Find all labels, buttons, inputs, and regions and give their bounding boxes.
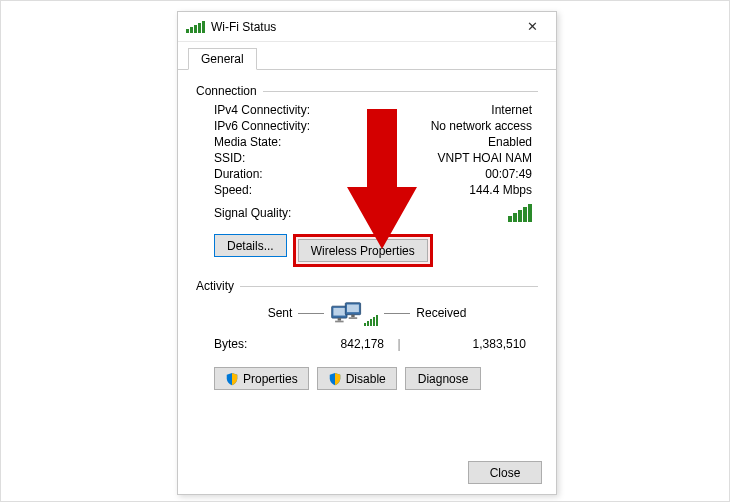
bytes-label: Bytes: <box>214 337 294 351</box>
media-value: Enabled <box>336 135 538 149</box>
connection-buttons: Details... Wireless Properties <box>196 228 538 275</box>
bytes-sent-value: 842,178 <box>294 337 384 351</box>
panel: Connection IPv4 Connectivity: Internet I… <box>178 70 556 396</box>
group-connection: Connection <box>196 84 538 98</box>
activity-header: Sent Received <box>196 297 538 331</box>
duration-label: Duration: <box>196 167 336 181</box>
row-duration: Duration: 00:07:49 <box>196 166 538 182</box>
ipv4-value: Internet <box>336 103 538 117</box>
wireless-properties-button[interactable]: Wireless Properties <box>298 239 428 262</box>
ipv6-value: No network access <box>336 119 538 133</box>
row-signal-quality: Signal Quality: <box>196 198 538 228</box>
row-media: Media State: Enabled <box>196 134 538 150</box>
row-ssid: SSID: VNPT HOAI NAM <box>196 150 538 166</box>
received-label: Received <box>416 306 466 320</box>
group-connection-label: Connection <box>196 84 257 98</box>
svg-rect-3 <box>335 321 344 323</box>
wifi-status-dialog: Wi-Fi Status ✕ General Connection IPv4 C… <box>177 11 557 495</box>
svg-rect-5 <box>347 305 359 313</box>
activity-signal-icon <box>364 315 378 326</box>
disable-button[interactable]: Disable <box>317 367 397 390</box>
ssid-label: SSID: <box>196 151 336 165</box>
tab-general[interactable]: General <box>188 48 257 70</box>
disable-button-label: Disable <box>346 372 386 386</box>
row-bytes: Bytes: 842,178 | 1,383,510 <box>196 331 538 359</box>
annotation-highlight: Wireless Properties <box>293 234 433 267</box>
tab-strip: General <box>178 42 556 70</box>
ipv6-label: IPv6 Connectivity: <box>196 119 336 133</box>
signal-bars-icon <box>508 204 532 222</box>
shield-icon <box>225 372 239 386</box>
network-monitors-icon <box>330 299 364 327</box>
duration-value: 00:07:49 <box>336 167 538 181</box>
wifi-signal-icon <box>186 21 205 33</box>
svg-rect-1 <box>334 308 346 316</box>
group-activity-label: Activity <box>196 279 234 293</box>
bytes-received-value: 1,383,510 <box>414 337 532 351</box>
close-icon[interactable]: ✕ <box>514 15 550 39</box>
svg-rect-7 <box>349 317 358 319</box>
properties-button-label: Properties <box>243 372 298 386</box>
footer: Close <box>468 461 542 484</box>
row-ipv6: IPv6 Connectivity: No network access <box>196 118 538 134</box>
row-speed: Speed: 144.4 Mbps <box>196 182 538 198</box>
sent-label: Sent <box>268 306 293 320</box>
row-ipv4: IPv4 Connectivity: Internet <box>196 102 538 118</box>
titlebar: Wi-Fi Status ✕ <box>178 12 556 42</box>
window-title: Wi-Fi Status <box>211 20 276 34</box>
diagnose-button[interactable]: Diagnose <box>405 367 482 390</box>
properties-button[interactable]: Properties <box>214 367 309 390</box>
ssid-value: VNPT HOAI NAM <box>336 151 538 165</box>
speed-label: Speed: <box>196 183 336 197</box>
close-button[interactable]: Close <box>468 461 542 484</box>
svg-rect-2 <box>338 318 341 321</box>
ipv4-label: IPv4 Connectivity: <box>196 103 336 117</box>
media-label: Media State: <box>196 135 336 149</box>
shield-icon <box>328 372 342 386</box>
bottom-buttons: Properties Disable Diagnose <box>196 359 538 390</box>
details-button[interactable]: Details... <box>214 234 287 257</box>
speed-value: 144.4 Mbps <box>336 183 538 197</box>
group-activity: Activity <box>196 279 538 293</box>
signal-quality-label: Signal Quality: <box>196 206 336 220</box>
svg-rect-6 <box>352 315 355 318</box>
